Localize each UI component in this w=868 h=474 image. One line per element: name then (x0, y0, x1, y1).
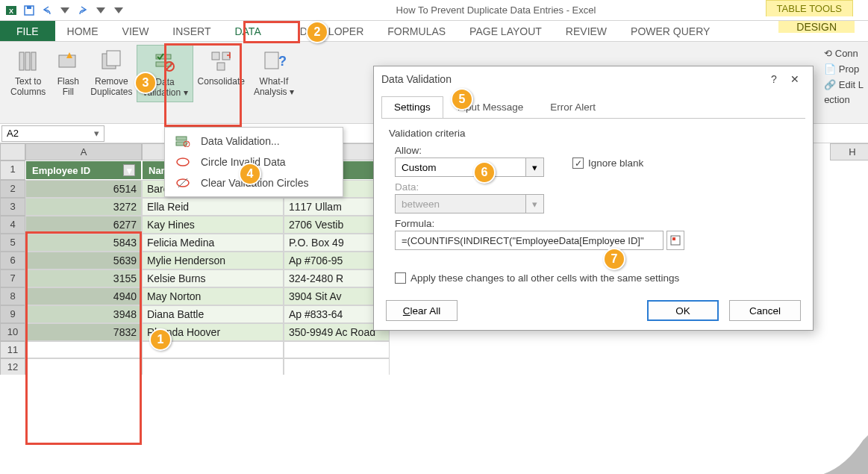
filter-button[interactable]: ▾ (123, 164, 135, 176)
remove-duplicates-button[interactable]: Remove Duplicates (86, 45, 137, 101)
excel-icon[interactable]: X (3, 2, 19, 19)
callout-2: 2 (306, 21, 328, 43)
dialog-tabs: Settings Input Message Error Alert (374, 92, 813, 118)
cell-name[interactable]: Mylie Henderson (142, 252, 284, 269)
chevron-down-icon[interactable]: ▾ (94, 128, 99, 139)
row-header-11[interactable]: 11 (0, 341, 25, 358)
column-header-a[interactable]: A (25, 143, 142, 160)
svg-rect-6 (31, 52, 36, 70)
connections-link[interactable]: ⟲ Conn (824, 46, 864, 62)
row-header-4[interactable]: 4 (0, 216, 25, 234)
tab-file[interactable]: FILE (0, 21, 55, 41)
cell-employee-id[interactable]: 7832 (25, 323, 142, 341)
cell-employee-id[interactable]: 5843 (25, 234, 142, 252)
cell-name[interactable]: Kay Hines (142, 216, 284, 234)
select-all-corner[interactable] (0, 143, 25, 160)
cell-employee-id[interactable]: 3948 (25, 305, 142, 323)
tab-insert[interactable]: INSERT (160, 21, 222, 41)
row-header-5[interactable]: 5 (0, 234, 25, 252)
data-label: Data: (395, 181, 798, 193)
ignore-blank-checkbox[interactable]: ✓ Ignore blank (572, 158, 643, 169)
chevron-down-icon: ▾ (290, 87, 294, 97)
cell-employee-id[interactable]: 3272 (25, 198, 142, 216)
save-icon[interactable] (21, 2, 37, 19)
consolidate-button[interactable]: Consolidate (193, 45, 249, 90)
data-validation-dropdown: Data Validation... Circle Invalid Data C… (164, 127, 343, 197)
cell-employee-id[interactable]: 4940 (25, 287, 142, 305)
svg-rect-5 (25, 52, 30, 70)
connections-icon: ⟲ (824, 48, 832, 59)
cell-name[interactable]: Kelsie Burns (142, 269, 284, 287)
dialog-tab-error-alert[interactable]: Error Alert (537, 96, 608, 118)
properties-link[interactable]: 📄 Prop (824, 62, 864, 78)
row-header-2[interactable]: 2 (0, 180, 25, 198)
tab-power-query[interactable]: POWER QUERY (619, 21, 722, 41)
page-curl-decoration (811, 432, 868, 474)
cell-employee-id[interactable]: 6277 (25, 216, 142, 234)
formula-label: Formula: (395, 218, 798, 229)
circle-invalid-icon (175, 155, 192, 169)
ok-button[interactable]: OK (647, 300, 719, 321)
tab-developer[interactable]: DEVELOPER (288, 21, 376, 41)
formula-input[interactable]: =(COUNTIFS(INDIRECT("EmployeeData[Employ… (395, 231, 664, 250)
cell-name[interactable]: Felicia Medina (142, 234, 284, 252)
dialog-body: Validation criteria Allow: Custom ▾ ✓ Ig… (381, 118, 805, 291)
redo-dropdown-icon[interactable] (93, 2, 109, 19)
text-to-columns-icon (15, 48, 42, 75)
validation-criteria-label: Validation criteria (389, 128, 798, 139)
tab-formulas[interactable]: FORMULAS (375, 21, 458, 41)
column-header-h[interactable]: H (830, 143, 868, 160)
cell-name[interactable]: Ella Reid (142, 198, 284, 216)
row-header-12[interactable]: 12 (0, 358, 25, 375)
tab-page-layout[interactable]: PAGE LAYOUT (458, 21, 554, 41)
allow-label: Allow: (395, 145, 798, 156)
apply-all-checkbox[interactable]: Apply these changes to all other cells w… (395, 272, 798, 284)
tab-design[interactable]: DESIGN (778, 21, 855, 33)
table-header-employee-id[interactable]: Employee ID▾ (25, 160, 142, 180)
flash-fill-button[interactable]: Flash Fill (50, 45, 86, 101)
tab-review[interactable]: REVIEW (554, 21, 619, 41)
row-header-9[interactable]: 9 (0, 305, 25, 323)
cell-name[interactable]: May Norton (142, 287, 284, 305)
cell[interactable] (25, 341, 142, 358)
svg-rect-17 (265, 52, 278, 69)
cell-employee-id[interactable]: 5639 (25, 252, 142, 269)
clear-all-button[interactable]: Clear All (386, 300, 458, 321)
allow-combobox[interactable]: Custom ▾ (395, 158, 544, 177)
help-button[interactable]: ? (764, 71, 784, 87)
dialog-tab-settings[interactable]: Settings (381, 96, 443, 118)
range-picker-button[interactable] (666, 231, 684, 250)
menu-data-validation[interactable]: Data Validation... (165, 131, 343, 152)
qat-customize-icon[interactable] (110, 2, 127, 19)
row-header-10[interactable]: 10 (0, 323, 25, 341)
row-header-1[interactable]: 1 (0, 160, 25, 180)
redo-icon[interactable] (75, 2, 91, 19)
callout-5: 5 (451, 88, 473, 110)
row-header-3[interactable]: 3 (0, 198, 25, 216)
window-title: How To Prevent Duplicate Data Entries - … (127, 4, 865, 16)
undo-dropdown-icon[interactable] (57, 2, 73, 19)
edit-links-link[interactable]: 🔗 Edit L (824, 78, 864, 93)
close-button[interactable]: ✕ (784, 71, 805, 87)
tab-data[interactable]: DATA (222, 21, 272, 41)
svg-rect-4 (19, 52, 24, 70)
cell-employee-id[interactable]: 3155 (25, 269, 142, 287)
properties-icon: 📄 (824, 63, 836, 75)
chevron-down-icon[interactable]: ▾ (525, 158, 543, 176)
undo-icon[interactable] (39, 2, 55, 19)
text-to-columns-button[interactable]: Text to Columns (6, 45, 50, 101)
tab-home[interactable]: HOME (55, 21, 110, 41)
cell-employee-id[interactable]: 6514 (25, 180, 142, 198)
what-if-analysis-button[interactable]: ? What-If Analysis ▾ (249, 45, 299, 101)
cell-name[interactable]: Diana Battle (142, 305, 284, 323)
chevron-down-icon: ▾ (525, 195, 543, 213)
row-header-8[interactable]: 8 (0, 287, 25, 305)
cancel-button[interactable]: Cancel (729, 300, 801, 321)
name-box[interactable]: A2 ▾ (1, 125, 104, 142)
svg-rect-14 (212, 52, 219, 60)
svg-rect-9 (107, 51, 120, 66)
tab-view[interactable]: VIEW (110, 21, 161, 41)
row-header-6[interactable]: 6 (0, 252, 25, 269)
dialog-titlebar[interactable]: Data Validation ? ✕ (374, 66, 813, 92)
row-header-7[interactable]: 7 (0, 269, 25, 287)
